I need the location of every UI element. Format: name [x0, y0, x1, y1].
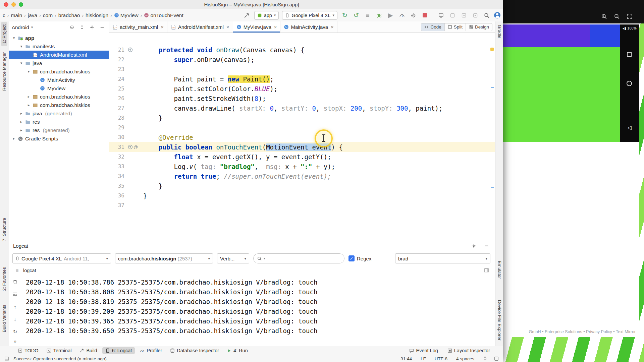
logcat-line[interactable]: 2020-12-18 10:50:39.365 25375-25375/com.…	[26, 317, 495, 327]
code-line[interactable]: 34 return true; //super.onTouchEvent(eve…	[109, 171, 495, 181]
expander-icon[interactable]: ▸	[12, 136, 16, 141]
mirror-footer-links[interactable]: GmbH • Enterprise Solutions • Privacy Po…	[529, 329, 636, 334]
columns-icon[interactable]	[482, 266, 490, 275]
expander-icon[interactable]: ▾	[12, 36, 16, 40]
regex-checkbox-group[interactable]: ✓ Regex	[348, 255, 371, 261]
phone-canvas-view[interactable]	[503, 47, 620, 142]
more-actions-icon[interactable]: »	[14, 339, 16, 344]
tool-button-4-run[interactable]: 4: Run	[224, 347, 251, 354]
sdk-manager-icon[interactable]	[460, 11, 468, 19]
code-line[interactable]: 35 }	[109, 181, 495, 191]
close-tab-icon[interactable]: ×	[161, 24, 164, 30]
caret-position[interactable]: 31:44	[400, 356, 412, 361]
tool-button-terminal[interactable]: Terminal	[44, 347, 75, 354]
hide-panel-icon[interactable]	[98, 23, 106, 31]
logcat-search-input[interactable]	[267, 256, 341, 261]
logcat-line[interactable]: 2020-12-18 10:50:39.650 25375-25375/com.…	[26, 327, 495, 337]
editor-mode-code[interactable]: Code	[421, 23, 444, 31]
project-tree-item-res[interactable]: ▸res(generated)	[9, 126, 109, 134]
project-tree-item-app[interactable]: ▾app	[9, 34, 109, 42]
project-tree-item-java[interactable]: ▸java(generated)	[9, 109, 109, 118]
tool-button-todo[interactable]: TODO	[15, 347, 42, 354]
project-tree-item-manifests[interactable]: ▾manifests	[9, 42, 109, 51]
window-titlebar[interactable]: HiskioSign – MyView.java [HiskioSign.app…	[0, 0, 503, 9]
code-line[interactable]: 22 super.onDraw(canvas);	[109, 55, 495, 64]
line-number[interactable]: 31	[109, 144, 126, 150]
back-button-icon[interactable]: ◁	[620, 124, 639, 131]
line-number[interactable]: 28	[109, 115, 126, 121]
project-tree-item-androidmanifest-xml[interactable]: </>AndroidManifest.xml	[9, 51, 109, 59]
breadcrumb-item-hiskiosign[interactable]: hiskiosign	[86, 12, 108, 18]
tool-button-database-inspector[interactable]: Database Inspector	[167, 347, 222, 354]
close-tab-icon[interactable]: ×	[226, 24, 229, 30]
code-line[interactable]: 33 Log.v( tag: "bradlog", msg: x + ":" +…	[109, 162, 495, 171]
project-tree-item-gradle-scripts[interactable]: ▸GGradle Scripts	[9, 134, 109, 143]
zoom-in-icon[interactable]	[601, 13, 607, 19]
zoom-out-icon[interactable]	[614, 13, 620, 19]
tool-stripe-gradle[interactable]: Gradle	[496, 22, 503, 41]
expander-icon[interactable]: ▸	[19, 128, 23, 132]
logcat-settings-gear-icon[interactable]	[470, 242, 478, 250]
run-list-icon[interactable]: ≡	[364, 11, 372, 19]
tool-window-switcher-icon[interactable]	[3, 355, 11, 362]
logcat-view-tab[interactable]: logcat	[23, 268, 36, 273]
line-number[interactable]: 26	[109, 95, 126, 102]
logcat-line[interactable]: 2020-12-18 10:50:39.209 25375-25375/com.…	[26, 308, 495, 317]
line-number[interactable]: 35	[109, 183, 126, 189]
expander-icon[interactable]: ▸	[19, 111, 23, 116]
tool-stripe-1-project[interactable]: 1: Project	[1, 22, 7, 46]
code-line[interactable]: 28 }	[109, 113, 495, 123]
project-tree-item-com-bradchao-hiskios[interactable]: ▾com.bradchao.hiskios	[9, 67, 109, 76]
debug-icon[interactable]	[375, 11, 383, 19]
override-marker-icon[interactable]	[126, 47, 143, 52]
tool-button-6-logcat[interactable]: 6: Logcat	[102, 347, 135, 354]
attach-debugger-icon[interactable]	[409, 11, 417, 19]
line-number[interactable]: 37	[109, 202, 126, 208]
expander-icon[interactable]: ▸	[26, 103, 31, 107]
logcat-filter-select[interactable]: brad▾	[395, 253, 490, 263]
status-message[interactable]: Success: Operation succeeded (a minute a…	[13, 356, 107, 361]
search-everywhere-icon[interactable]	[483, 11, 491, 19]
tool-stripe-2-favorites[interactable]: 2: Favorites	[1, 265, 7, 293]
tool-button-layout-inspector[interactable]: Layout Inspector	[444, 347, 493, 354]
expander-icon[interactable]: ▸	[19, 120, 23, 124]
home-button-icon[interactable]	[627, 81, 632, 86]
locate-file-icon[interactable]	[68, 23, 76, 31]
prev-occurrence-icon[interactable]: ↑	[11, 303, 19, 311]
code-line[interactable]: 36}	[109, 191, 495, 200]
soft-wrap-icon[interactable]	[11, 290, 19, 298]
logcat-line[interactable]: 2020-12-18 10:50:38.819 25375-25375/com.…	[26, 298, 495, 308]
code-line[interactable]: 26 paint.setStrokeWidth(8);	[109, 94, 495, 103]
breadcrumb-item-com[interactable]: com	[43, 12, 53, 18]
line-number[interactable]: 34	[109, 173, 126, 179]
fullscreen-icon[interactable]	[627, 13, 633, 19]
code-line[interactable]: 29	[109, 123, 495, 132]
tool-stripe-emulator[interactable]: Emulator	[496, 258, 503, 281]
file-encoding[interactable]: UTF-8	[435, 356, 447, 361]
code-line[interactable]: 37	[109, 200, 495, 210]
logcat-line[interactable]: 2020-12-18 10:50:38.786 25375-25375/com.…	[26, 279, 495, 288]
expand-collapse-icon[interactable]	[78, 23, 86, 31]
settings-gear-icon[interactable]	[88, 23, 96, 31]
close-tab-icon[interactable]: ×	[331, 24, 334, 30]
expander-icon[interactable]: ▾	[19, 61, 23, 65]
tool-stripe-build-variants[interactable]: Build Variants	[1, 302, 7, 335]
restart-logcat-icon[interactable]: ↻	[11, 327, 19, 336]
run-configuration-select[interactable]: app▾	[254, 11, 279, 20]
tool-stripe-resource-manager[interactable]: Resource Manager	[1, 50, 7, 93]
code-line[interactable]: 24 Paint paint = new Paint();	[109, 74, 495, 84]
hide-logcat-icon[interactable]	[482, 242, 490, 250]
sync-project-icon[interactable]	[448, 11, 457, 19]
line-number[interactable]: 27	[109, 105, 126, 111]
avd-manager-icon[interactable]	[471, 11, 479, 19]
code-line[interactable]: 31@ public boolean onTouchEvent(MotionEv…	[109, 142, 495, 152]
line-number[interactable]: 36	[109, 192, 126, 199]
apply-changes-icon[interactable]: ↺	[352, 11, 360, 19]
editor-mode-split[interactable]: Split	[444, 23, 466, 31]
logcat-search-field[interactable]: ▾	[253, 253, 344, 263]
project-tree-item-java[interactable]: ▾java	[9, 59, 109, 67]
logcat-device-select[interactable]: Google Pixel 4 XL Android 11, ▾	[12, 253, 111, 263]
breadcrumb-item-bradchao[interactable]: bradchao	[58, 12, 80, 18]
code-line[interactable]: 27 canvas.drawLine( startX: 0, startY: 0…	[109, 103, 495, 113]
editor-tab-androidmanifest-xml[interactable]: </>AndroidManifest.xml×	[167, 21, 233, 33]
